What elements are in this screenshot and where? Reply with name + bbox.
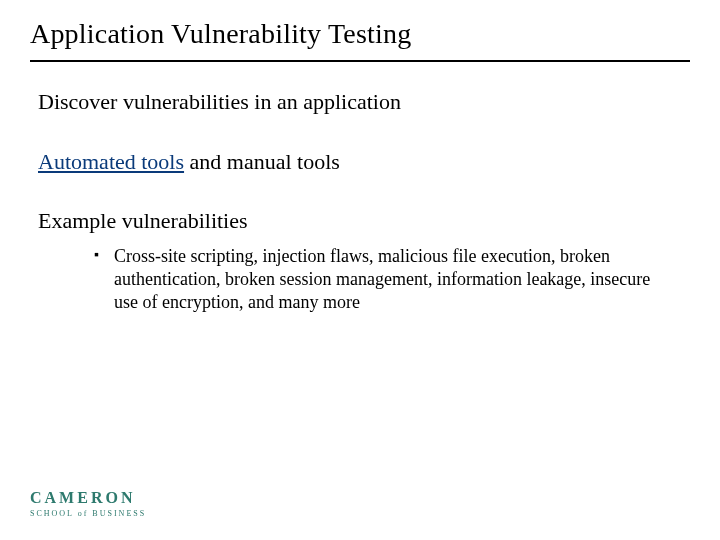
cameron-logo: CAMERON SCHOOL of BUSINESS (30, 489, 146, 518)
logo-name: CAMERON (30, 489, 146, 507)
slide-title: Application Vulnerability Testing (30, 18, 690, 50)
slide-body: Discover vulnerabilities in an applicati… (30, 88, 690, 315)
slide: Application Vulnerability Testing Discov… (0, 0, 720, 540)
example-list: Cross-site scripting, injection flaws, m… (94, 245, 654, 315)
paragraph-2-rest: and manual tools (184, 149, 340, 174)
logo-subtitle: SCHOOL of BUSINESS (30, 509, 146, 518)
paragraph-3: Example vulnerabilities (38, 207, 690, 235)
paragraph-1: Discover vulnerabilities in an applicati… (38, 88, 690, 116)
title-rule (30, 60, 690, 62)
paragraph-2: Automated tools and manual tools (38, 148, 690, 176)
automated-tools-link[interactable]: Automated tools (38, 149, 184, 174)
list-item: Cross-site scripting, injection flaws, m… (94, 245, 654, 315)
